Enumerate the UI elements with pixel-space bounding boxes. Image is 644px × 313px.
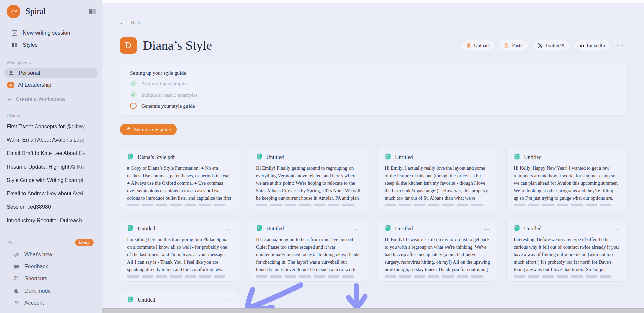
example-card[interactable]: Untitled···Hi Emily, I actually really l… (378, 148, 497, 210)
workspace-label: AI Leadership (18, 82, 51, 88)
card-menu-button[interactable]: ··· (355, 154, 362, 160)
back-button[interactable]: ← Back (120, 19, 150, 27)
memo-icon (385, 225, 391, 233)
history-item[interactable]: Email Draft to Kate Lee About Ev (7, 149, 102, 158)
history-item[interactable]: First Tweet Concepts for @dibay (7, 123, 102, 131)
setup-style-guide-button[interactable]: Set up style guide (120, 124, 177, 135)
checklist-item: ✓Include at least 3 examples (130, 91, 616, 98)
example-card[interactable]: Diana’s Style.pdf···# Copy of Diana’s St… (120, 148, 239, 210)
history-label: History (7, 113, 102, 118)
card-title: Untitled (266, 226, 284, 232)
workspaces-label: Workspaces (7, 60, 102, 65)
card-header: Untitled··· (385, 224, 490, 233)
example-card[interactable]: Untitled···I'm sitting here on this trai… (120, 220, 239, 282)
card-menu-button[interactable]: ··· (484, 226, 490, 232)
card-menu-button[interactable]: ··· (612, 154, 619, 160)
checklist-items: ✓Add writing examples✓Include at least 3… (130, 80, 616, 109)
action-label: LinkedIn (587, 43, 605, 48)
linkedin-icon: in (580, 43, 584, 48)
sidebar-item-feedback[interactable]: Feedback (0, 261, 102, 273)
card-title: Untitled (138, 297, 155, 303)
faded-text-line (385, 275, 486, 278)
check-icon: ✓ (130, 91, 137, 98)
twitter-x-button[interactable]: Twitter/X (532, 40, 571, 51)
faded-text-line (256, 204, 357, 206)
action-label: Twitter/X (545, 43, 565, 48)
sidebar-footer-label: Account (24, 300, 44, 306)
memo-icon (514, 153, 520, 161)
example-card[interactable]: Untitled···Hi Kelly, Happy New Year! I w… (506, 148, 626, 210)
action-label: Upload (474, 43, 489, 48)
card-menu-button[interactable]: ··· (484, 154, 490, 160)
header-actions: UploadPasteTwitter/XinLinkedIn··· (460, 40, 626, 51)
sidebar-collapse-icon[interactable]: ‹ (89, 9, 96, 14)
faded-text-line (514, 204, 614, 206)
card-body-text: Hi Emily, I actually really love the lay… (385, 164, 490, 202)
card-header: Untitled··· (256, 153, 361, 162)
card-menu-button[interactable]: ··· (226, 226, 233, 232)
example-card[interactable]: Untitled···Interesting. Before we do any… (506, 220, 626, 282)
sidebar-footer-label: Shortcuts (24, 276, 47, 282)
card-body-text: I'm sitting here on this train going int… (127, 236, 232, 273)
bottom-scroll-strip (102, 308, 644, 313)
examples-grid: Diana’s Style.pdf···# Copy of Diana’s St… (120, 148, 626, 313)
faded-text-line (127, 275, 228, 278)
history-item[interactable]: Warm Email About Avalon's Late (7, 136, 102, 144)
sidebar-item-styles[interactable]: Styles (0, 39, 102, 51)
sidebar-item-label: New writing session (23, 30, 70, 36)
checklist-item-label: Generate your style guide (141, 103, 195, 109)
faded-text-line (127, 204, 228, 206)
example-card[interactable]: Untitled···Hi Dianna, So good to hear fr… (249, 220, 368, 282)
workspace-item[interactable]: Personal (4, 68, 98, 78)
workspace-item[interactable]: AAI Leadership (4, 80, 98, 90)
checklist-item-label: Include at least 3 examples (141, 92, 198, 98)
history-item[interactable]: Resume Update: Highlight AI Kn (7, 163, 102, 171)
sidebar-item-account[interactable]: Account (0, 297, 102, 309)
style-avatar: D (120, 37, 137, 54)
memo-icon (385, 153, 391, 161)
history-item[interactable]: Email to Andrew Hoy about Aval (7, 190, 102, 198)
card-header: Untitled··· (514, 153, 619, 162)
create-workspace-button[interactable]: + Create a Workspace (0, 95, 102, 104)
sidebar-item-what-s-new[interactable]: What's new (0, 249, 102, 261)
sidebar-item-dark-mode[interactable]: Dark mode (0, 285, 102, 297)
brush-icon (126, 126, 131, 133)
faded-text-line (256, 275, 357, 278)
main-content: ← Back D Diana’s Style UploadPasteTwitte… (102, 0, 644, 313)
sidebar-item-new-writing-session[interactable]: New writing session (0, 27, 102, 39)
card-header: Untitled··· (127, 224, 232, 233)
workspaces-list: PersonalAAI Leadership (0, 68, 102, 92)
card-body-text: Hi Kelly, Happy New Year! I wanted to ge… (514, 164, 619, 202)
more-options-button[interactable]: ··· (614, 42, 626, 48)
megaphone-icon (13, 252, 20, 258)
spiral-app: Spiral ‹ New writing sessionStyles Works… (0, 0, 644, 313)
sidebar-item-shortcuts[interactable]: ⌘Shortcuts (0, 273, 102, 285)
card-menu-button[interactable]: ··· (355, 226, 362, 232)
memo-icon (256, 153, 263, 161)
sidebar-footer-label: Dark mode (24, 288, 51, 294)
upload-button[interactable]: Upload (460, 40, 494, 51)
card-header: Untitled··· (514, 224, 619, 233)
card-menu-button[interactable]: ··· (226, 297, 233, 303)
account-icon (13, 300, 20, 306)
history-item[interactable]: Introductory Recruiter Outreach (7, 216, 102, 225)
moon-icon (13, 288, 20, 294)
linkedin-button[interactable]: inLinkedIn (574, 40, 611, 51)
card-menu-button[interactable]: ··· (612, 226, 619, 232)
memo-icon (127, 153, 134, 161)
history-item[interactable]: Style Guide with Writing Exampl (7, 176, 102, 184)
card-body-text: Hi Emily! I swear it's still on my to-do… (385, 236, 490, 273)
example-card[interactable]: Untitled···Hi Emily! I swear it's still … (378, 220, 497, 282)
plus-icon: + (8, 96, 12, 103)
setup-checklist-card: Setting up your style guide ✓Add writing… (120, 63, 626, 116)
history-item[interactable]: Session ced38980 (7, 203, 102, 211)
history-list: First Tweet Concepts for @dibayWarm Emai… (0, 123, 102, 230)
faded-text-line (514, 275, 614, 278)
sidebar: Spiral ‹ New writing sessionStyles Works… (0, 0, 102, 313)
sidebar-nav: New writing sessionStyles (0, 27, 102, 51)
card-header: Untitled··· (385, 153, 490, 162)
card-menu-button[interactable]: ··· (226, 154, 233, 160)
paste-button[interactable]: Paste (498, 40, 528, 51)
example-card[interactable]: Untitled···Hi Emily! Finally getting aro… (249, 148, 368, 210)
action-label: Paste (512, 43, 523, 48)
